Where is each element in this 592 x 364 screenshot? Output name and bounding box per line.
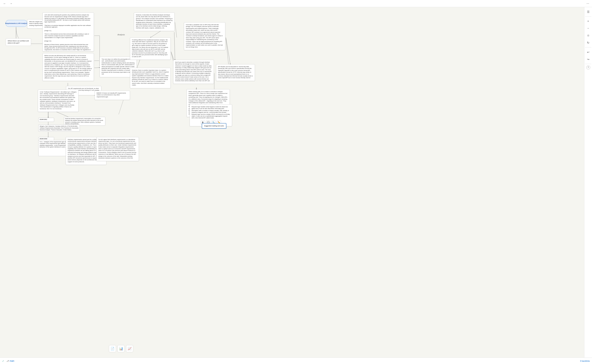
requirements-api-node[interactable]: Requirements & API Analysis (6, 20, 27, 27)
if-we-take-node[interactable]: If we take a simplistic look on APIs the… (184, 22, 225, 50)
and-if-node[interactable]: And if you want to describe a solution t… (173, 60, 214, 84)
table-icon-btn[interactable]: 📊 (118, 345, 125, 352)
document-icon-btn[interactable]: 📄 (109, 345, 116, 352)
branch-info: ⎇ main (7, 360, 14, 362)
where-is-ba-text: Where there is an architect and where is… (8, 40, 29, 44)
sidebar-divider-3 (585, 64, 591, 64)
lets-agree-text: So let's agree that Interfaces requireme… (98, 139, 137, 159)
right-sidebar: ☰ + − ⊡ ↻ ↩ ↪ ? (584, 7, 592, 364)
lets-agree-node[interactable]: So let's agree that Interfaces requireme… (96, 137, 139, 161)
request-logic-text: Request logic handles what happens insid… (191, 106, 230, 119)
forward-button[interactable]: → (9, 1, 13, 6)
branch-icon: ⎇ (7, 360, 9, 362)
fit-view-button[interactable]: ⊡ (585, 32, 592, 39)
suggested-reading-label: Suggested reading and outro (204, 125, 224, 127)
however-another-node[interactable]: However, there is another important clas… (130, 68, 171, 88)
before-ba-node[interactable]: Before we dive into BA theory let's clar… (42, 53, 94, 81)
software-req-text: In the "Software Requirements", 3rd edit… (40, 91, 77, 110)
however-another-text: However, there is another important clas… (132, 69, 169, 86)
zoom-in-button[interactable]: + (585, 18, 592, 25)
sidebar-divider-2 (585, 47, 591, 47)
lets-start-text: Let's start with answering the question … (45, 14, 92, 51)
if-nothing-text: If nothing different from traditional bu… (132, 39, 169, 58)
more-options-button[interactable]: ··· (586, 2, 590, 5)
chart-icon-btn[interactable]: 📈 (126, 345, 133, 352)
lets-start-node[interactable]: Let's start with answering the question … (42, 13, 94, 51)
canvas: Requirements & API Analysis Where there … (0, 7, 584, 358)
babok-node[interactable]: BABOK V3 does not classify API requireme… (95, 91, 130, 100)
api-models-text: API Models can be described in: formal w… (218, 66, 253, 79)
analysis-text: Analysis (118, 33, 125, 36)
bottom-canvas-icons: 📄 📊 📈 (109, 345, 133, 352)
sidebar-toggle-button[interactable]: ☰ (585, 9, 592, 15)
redo-button[interactable]: ↪ (585, 56, 592, 62)
toolbar: ← → ··· (0, 0, 592, 7)
however-it-node[interactable]: However, it describes the Interface Anal… (134, 13, 175, 31)
babok-text: BABOK V3 does not classify API requireme… (97, 92, 128, 98)
wiegers-ref-text: Wiegers, Karl; Hokanson, Candase (2023-0… (40, 125, 79, 131)
and-if-text: And if you want to describe a solution t… (175, 61, 212, 82)
if-we-take-text: If we take a simplistic look on APIs the… (186, 24, 223, 48)
if-nothing-node[interactable]: If nothing different from traditional bu… (130, 38, 171, 60)
back-button[interactable]: ← (2, 1, 7, 6)
status-check-icon: ✓ (2, 359, 4, 362)
analysis-label: Analysis (118, 33, 125, 36)
sidebar-divider-1 (585, 16, 591, 17)
iso-23148-node[interactable]: 23148 2011 (38, 118, 54, 122)
requirements-api-label: Requirements & API Analysis (5, 22, 27, 24)
external-interface-node[interactable]: External interface requirement: A descri… (64, 117, 105, 126)
external-interface-text: External interface requirement: A descri… (65, 118, 104, 125)
wiegers-ref-node[interactable]: Wiegers, Karl; Hokanson, Candase (2023-0… (38, 124, 80, 131)
api-models-node[interactable]: API Models can be described in: formal w… (216, 64, 255, 81)
software-req-node[interactable]: In the "Software Requirements", 3rd edit… (38, 90, 79, 112)
iso-29148-label: 29148 2018 (40, 138, 53, 140)
suggested-reading-node[interactable]: Suggested reading and outro (202, 123, 226, 129)
iso-23148-label: 23148 2011 (40, 119, 53, 120)
branch-name[interactable]: main (10, 360, 14, 362)
before-ba-text: Before we dive into BA theory let's clar… (45, 55, 92, 79)
bottom-bar: ✓ ⎇ main 0 backlinks (0, 358, 592, 364)
undo-button[interactable]: ↩ (585, 49, 592, 55)
zoom-out-button[interactable]: − (585, 25, 592, 32)
however-it-text: However, it describes the Interface Anal… (136, 14, 173, 29)
help-button[interactable]: ? (586, 65, 590, 69)
backlinks-count[interactable]: 0 backlinks (580, 360, 590, 362)
where-is-ba-node[interactable]: Where there is an architect and where is… (6, 38, 31, 46)
rotate-button[interactable]: ↻ (585, 39, 592, 46)
